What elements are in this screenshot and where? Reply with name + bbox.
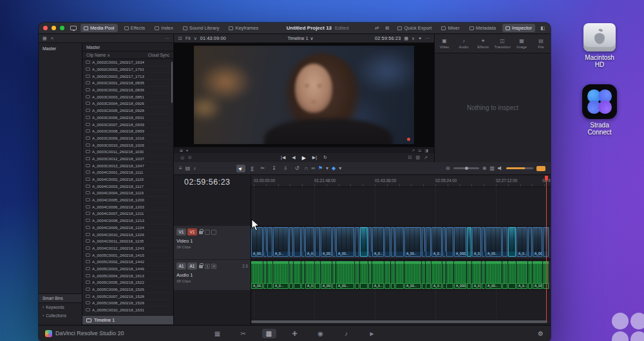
media-pool-clip-row[interactable]: A_0003C0012_260218_1037 (82, 156, 171, 163)
timeline-playhead[interactable] (546, 176, 547, 321)
audio-source-badge[interactable]: A1 (187, 263, 197, 270)
speaker-icon[interactable] (498, 166, 503, 171)
timeline-audio-clip[interactable]: A_0... (372, 261, 384, 289)
timeline-audio-clip[interactable]: A_00... (404, 261, 421, 289)
safe-area-icon[interactable]: ⊡ (418, 148, 421, 152)
media-pool-clip-row[interactable]: A_0003C0008_260218_0959 (82, 128, 171, 135)
audio-level-slider[interactable] (506, 167, 533, 169)
timeline-video-clip[interactable]: A_0... (516, 227, 527, 257)
timeline-audio-clip[interactable]: A_00... (486, 261, 502, 289)
chevron-down-icon[interactable]: ▾ (186, 148, 188, 152)
media-pool-clip-row[interactable]: A_0004C0007_260218_1211 (82, 210, 171, 217)
timeline-video-clip[interactable]: A_00... (404, 227, 421, 257)
media-pool-clip-row[interactable]: A_0005C0006_260218_1526 (82, 286, 171, 293)
zoom-window-button[interactable] (60, 26, 64, 30)
media-pool-clip-row[interactable]: A_0005C0004_260218_1513 (82, 272, 171, 279)
chevron-down-icon[interactable]: ∨ (412, 36, 415, 41)
media-pool-clip-row[interactable]: A_0003C0011_260218_1030 (82, 149, 171, 156)
media-pool-clip-row[interactable]: A_0003C0013_260218_1047 (82, 162, 171, 169)
timeline-audio-clip[interactable] (301, 261, 305, 289)
timeline-audio-clip[interactable]: A_00... (251, 261, 263, 289)
timeline-video-clip[interactable] (446, 227, 453, 257)
timeline-video-clip[interactable] (368, 227, 372, 257)
timeline-video-clip[interactable] (508, 227, 516, 257)
grid-view-icon[interactable]: ▦ (404, 36, 408, 41)
timeline-audio-clip[interactable] (289, 261, 293, 289)
viewer-video-area[interactable] (174, 43, 434, 147)
timeline-audio-clip[interactable] (426, 261, 431, 289)
timeline-audio-clip[interactable] (267, 261, 272, 289)
smart-bins-header[interactable]: Smart Bins (39, 293, 82, 303)
timeline-video-clip[interactable] (467, 227, 471, 257)
timeline-video-clip[interactable]: A_0... (305, 227, 314, 257)
media-pool-clip-row[interactable]: A_0003C0003_260218_0851 (82, 93, 171, 100)
panel-layout-icon[interactable]: ◧ (539, 25, 546, 31)
media-pool-clip-row[interactable]: A_0004C0010_260218_1226 (82, 231, 171, 238)
timeline-video-clip[interactable] (263, 227, 267, 257)
snapping-magnet-icon[interactable]: ∩ (304, 165, 308, 171)
timeline-audio-clip[interactable] (395, 261, 404, 289)
linked-selection-icon[interactable]: ∞ (311, 165, 315, 171)
timeline-audio-clip[interactable] (391, 261, 395, 289)
marker-dropdown-icon[interactable]: ▾ (339, 165, 341, 171)
timeline-audio-clip[interactable] (294, 261, 301, 289)
project-settings-gear-icon[interactable]: ⚙ (538, 330, 544, 337)
mixer-meter-icon[interactable]: ▥ (489, 165, 495, 171)
page-button[interactable]: ▥ (262, 329, 276, 338)
media-pool-clip-row[interactable]: A_0004C0005_260218_1200 (82, 197, 171, 204)
timeline-video-clip[interactable]: A_00... (533, 227, 542, 257)
panel-toggle-button[interactable]: Keyframes (225, 24, 261, 32)
timeline-video-clip[interactable]: A_00... (486, 227, 502, 257)
media-pool-clip-row[interactable]: A_0004C0004_260218_1119 (82, 190, 171, 197)
page-button[interactable]: ✂ (236, 329, 251, 338)
media-pool-clip-row[interactable]: A_0004C0011_260218_1235 (82, 238, 171, 245)
bin-item-master[interactable]: Master (39, 44, 82, 53)
list-view-icon[interactable]: ≡ (51, 36, 53, 41)
timeline-selector[interactable]: Timeline 1 ∨ (229, 36, 372, 41)
timeline-video-clip[interactable]: A_0... (372, 227, 384, 257)
column-clip-name[interactable]: Clip Name (86, 53, 106, 57)
page-button[interactable]: ► (365, 329, 379, 338)
inspector-tab[interactable]: ▦ Image (512, 34, 531, 53)
timeline-audio-clip[interactable] (384, 261, 390, 289)
timeline-audio-clip[interactable] (502, 261, 507, 289)
timeline-audio-clip[interactable] (422, 261, 425, 289)
close-window-button[interactable] (43, 26, 48, 30)
timeline-audio-clip[interactable] (368, 261, 372, 289)
video-track-header[interactable]: V1 V1 Video 1 39 Clips (174, 226, 251, 259)
zoom-out-icon[interactable]: ⊖ (446, 165, 450, 171)
timeline-audio-clip[interactable] (467, 261, 471, 289)
timeline-video-clip[interactable] (395, 227, 404, 257)
auto-select-icon[interactable] (205, 230, 210, 235)
panel-toggle-button[interactable]: Media Pool (80, 24, 118, 32)
timeline-video-clip[interactable] (360, 227, 368, 257)
loop-button[interactable]: ↻ (323, 155, 327, 160)
match-frame-icon[interactable]: ◎ (180, 155, 184, 160)
media-pool-clip-row[interactable]: A_0004C0012_260218_1243 (82, 245, 171, 252)
audio-destination-badge[interactable]: A1 (176, 263, 186, 270)
voiceover-mic-icon[interactable]: ♪ (193, 165, 196, 171)
flag-icon[interactable]: ⚑ (318, 165, 323, 171)
selection-tool[interactable]: ► (236, 165, 245, 172)
media-pool-scrollbar[interactable] (171, 62, 173, 103)
timeline-audio-clip[interactable] (446, 261, 453, 289)
media-pool-clip-row[interactable]: A_0003C0007_260218_0939 (82, 121, 171, 128)
media-pool-clip-row[interactable]: A_0004C0003_260218_1117 (82, 183, 171, 190)
timeline-audio-clip[interactable]: A_0... (472, 261, 481, 289)
razor-tool[interactable]: ✂ (259, 165, 267, 172)
inspector-tab[interactable]: ▣ Video (435, 34, 454, 53)
insert-clip-button[interactable]: ↧ (270, 165, 278, 172)
timeline-video-clip[interactable] (301, 227, 305, 257)
media-pool-clip-row[interactable]: A_0003C0010_260218_1026 (82, 142, 171, 149)
timeline-video-clip[interactable]: A_0... (472, 227, 481, 257)
media-pool-clip-row[interactable]: A_0005C0002_260218_1442 (82, 259, 171, 266)
timeline-video-clip[interactable] (422, 227, 425, 257)
timeline-video-clip[interactable] (289, 227, 293, 257)
timeline-audio-clip[interactable] (332, 261, 336, 289)
panel-toggle-button[interactable]: Quick Export (394, 24, 435, 32)
thumbnail-view-icon[interactable]: ▦ (43, 36, 47, 41)
media-pool-clip-row[interactable]: A_0003C0005_260218_0928 (82, 107, 171, 115)
media-pool-clip-row[interactable]: A_0004C0006_260218_1203 (82, 203, 171, 210)
play-button[interactable]: ▶ (302, 155, 306, 161)
timeline-audio-clip[interactable]: A_00... (321, 261, 332, 289)
